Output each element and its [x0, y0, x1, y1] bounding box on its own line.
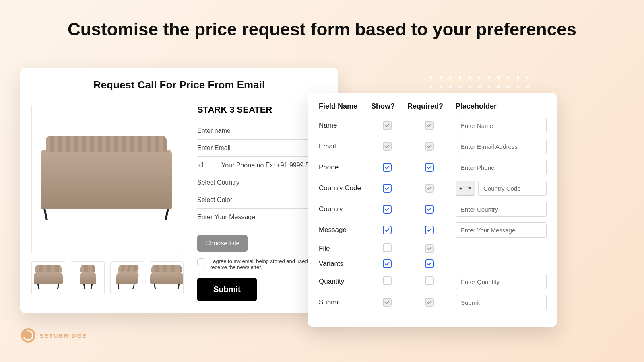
placeholder-input[interactable]: Enter Phone	[456, 160, 547, 175]
consent-checkbox[interactable]	[197, 258, 205, 266]
choose-file-button[interactable]: Choose File	[197, 235, 248, 252]
show-checkbox	[383, 298, 392, 307]
show-checkbox	[383, 142, 392, 151]
placeholder-input[interactable]: Submit	[456, 295, 547, 310]
product-thumbnail[interactable]	[71, 261, 105, 294]
divider	[20, 99, 338, 99]
required-checkbox[interactable]	[425, 276, 434, 285]
dial-code-select[interactable]: +1	[456, 181, 475, 196]
phone-prefix: +1	[197, 162, 215, 169]
required-checkbox[interactable]	[425, 259, 434, 268]
brand-icon	[21, 328, 35, 343]
config-row: NameEnter Name	[319, 118, 547, 133]
show-checkbox[interactable]	[383, 276, 392, 285]
placeholder-input[interactable]: Country Code	[478, 181, 547, 196]
show-checkbox[interactable]	[383, 243, 392, 252]
placeholder-input[interactable]: Enter Name	[456, 118, 547, 133]
config-row: CountryEnter Country	[319, 202, 547, 217]
config-row: Country Code +1 Country Code	[319, 181, 547, 196]
product-thumbnail[interactable]	[110, 261, 144, 294]
show-checkbox[interactable]	[383, 205, 392, 214]
show-checkbox[interactable]	[383, 226, 392, 234]
required-checkbox	[425, 142, 434, 151]
config-header: Field Name Show? Required? Placeholder	[319, 102, 547, 111]
config-field-label: Message	[319, 226, 367, 234]
col-placeholder: Placeholder	[456, 102, 547, 111]
config-field-label: Name	[319, 121, 367, 130]
config-field-label: Variants	[319, 260, 367, 268]
placeholder-input[interactable]: Enter Quantity	[456, 274, 547, 289]
product-thumbnails	[31, 261, 188, 294]
placeholder-input[interactable]: Enter Country	[456, 202, 547, 217]
product-column	[31, 105, 188, 301]
required-checkbox[interactable]	[425, 226, 434, 234]
sofa-illustration	[41, 150, 172, 209]
product-thumbnail[interactable]	[31, 261, 65, 294]
config-field-label: Country Code	[319, 184, 367, 192]
placeholder-input[interactable]: Enter E-mail Address	[456, 139, 547, 154]
brand-logo: SETUBRIDGE	[21, 328, 87, 343]
config-row: MessageEnter Your Message.....	[319, 222, 547, 238]
config-row: QuantityEnter Quantity	[319, 274, 547, 289]
config-field-label: Email	[319, 142, 367, 150]
config-row: File	[319, 243, 547, 254]
show-checkbox[interactable]	[383, 184, 392, 193]
config-row: SubmitSubmit	[319, 295, 547, 310]
required-checkbox	[425, 121, 434, 130]
show-checkbox	[383, 121, 392, 130]
form-card-title: Request Call For Price From Email	[31, 79, 327, 91]
required-checkbox	[425, 298, 434, 307]
required-checkbox	[425, 244, 434, 253]
config-field-label: File	[319, 245, 367, 253]
config-field-label: Submit	[319, 298, 367, 306]
config-card: Field Name Show? Required? Placeholder N…	[308, 93, 557, 327]
page-title: Customise the price request form based t…	[0, 0, 644, 39]
config-field-label: Phone	[319, 163, 367, 171]
config-field-label: Country	[319, 205, 367, 213]
show-checkbox[interactable]	[383, 163, 392, 172]
col-show: Show?	[371, 102, 403, 111]
config-field-label: Quantity	[319, 278, 367, 286]
submit-button[interactable]: Submit	[197, 278, 257, 301]
brand-name: SETUBRIDGE	[39, 332, 87, 339]
phone-placeholder: Your Phone no Ex: +91 9999 5555	[221, 162, 320, 169]
form-preview-card: Request Call For Price From Email STARK …	[20, 68, 338, 313]
show-checkbox[interactable]	[383, 259, 392, 268]
product-image	[31, 105, 181, 254]
config-row: EmailEnter E-mail Address	[319, 139, 547, 154]
col-required: Required?	[407, 102, 452, 111]
required-checkbox[interactable]	[425, 163, 434, 172]
col-field-name: Field Name	[319, 102, 367, 111]
required-checkbox[interactable]	[425, 205, 434, 214]
config-row: Variants	[319, 259, 547, 268]
product-thumbnail[interactable]	[150, 261, 184, 294]
required-checkbox	[425, 184, 434, 193]
chevron-down-icon	[468, 187, 471, 189]
config-row: PhoneEnter Phone	[319, 160, 547, 175]
placeholder-input[interactable]: Enter Your Message.....	[456, 222, 547, 238]
